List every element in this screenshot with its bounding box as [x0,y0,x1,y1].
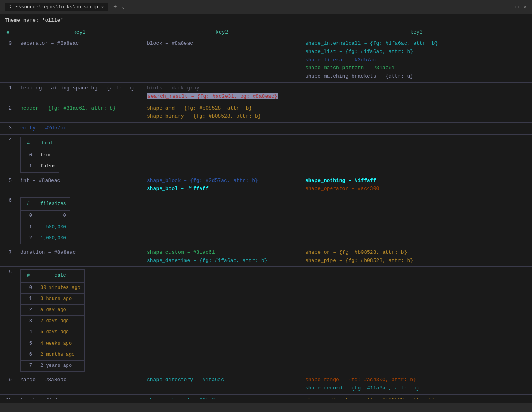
mini-idx: 5 [21,338,36,349]
mini-hash: # [21,270,36,282]
row-9-key1: range – #8a8eac [16,374,143,395]
close-button[interactable]: ✕ [522,5,527,9]
date-mini-table: # date 0 30 minutes ago 1 3 hours [20,269,85,372]
mini-idx: 7 [21,360,36,371]
window-controls: ─ □ ✕ [507,5,527,9]
row-num-6: 6 [0,195,16,247]
mini-val-true: true [36,150,59,161]
row-num-2: 2 [0,103,16,123]
filesize-mini-table: # filesizes 0 0 1 500,000 [20,197,70,244]
header-key2: key2 [143,27,301,38]
minimize-button[interactable]: ─ [507,5,511,9]
bool-mini-table: # bool 0 true 1 false [20,137,59,173]
row-7-key2: shape_custom – #31ac61 shape_datetime – … [143,247,301,267]
mini-idx: 4 [21,327,36,338]
row-10-key3: shape_redirection – {fg: #b08528, attr: … [301,394,532,399]
mini-row: 2 a day ago [21,305,85,316]
mini-val-0: 0 [36,211,70,222]
row-4-key1: # bool 0 true 1 false [16,134,143,175]
mini-row: 1 false [21,161,59,172]
header-key3: key3 [301,27,532,38]
mini-row: 1 3 hours ago [21,293,85,304]
mini-idx: 0 [21,211,36,222]
row-num-1: 1 [0,82,16,103]
mini-idx: 1 [21,222,36,233]
row-8-key3 [301,267,532,374]
row-6-key2 [143,195,301,247]
data-table: # key1 key2 key3 0 separator – #8a8eac b… [0,27,532,399]
row-7-key3: shape_or – {fg: #b08528, attr: b} shape_… [301,247,532,267]
mini-idx: 6 [21,349,36,360]
mini-date-5: 4 weeks ago [36,338,85,349]
mini-val-false: false [36,161,59,172]
mini-row: 3 2 days ago [21,316,85,327]
active-tab[interactable]: Σ ~\source\repos\forks\nu_scrip ✕ [5,3,108,11]
row-num-4: 4 [0,134,16,175]
row-2-key2: shape_and – {fg: #b08528, attr: b} shape… [143,103,301,123]
row-num-3: 3 [0,123,16,135]
row-10-key2: shape_external – #1fa6ac [143,394,301,399]
mini-date-0: 30 minutes ago [36,282,85,293]
mini-date-header: date [36,270,85,282]
mini-date-6: 2 months ago [36,349,85,360]
table-row: 0 separator – #8a8eac block – #8a8eac sh… [0,38,532,83]
new-tab-button[interactable]: + [112,4,119,11]
row-3-key1: empty – #2d57ac [16,123,143,135]
row-2-key3 [301,103,532,123]
row-4-key2 [143,134,301,175]
mini-hash: # [21,198,36,211]
statusbar [0,403,532,412]
mini-idx: 0 [21,282,36,293]
row-6-key1: # filesizes 0 0 1 500,000 [16,195,143,247]
table-row: 6 # filesizes 0 0 [0,195,532,247]
mini-idx: 1 [21,293,36,304]
table-row: 9 range – #8a8eac shape_directory – #1fa… [0,374,532,395]
mini-row: 5 4 weeks ago [21,338,85,349]
table-header: # key1 key2 key3 [0,27,532,38]
tab-dropdown-button[interactable]: ⌄ [122,4,125,10]
mini-row: 4 5 days ago [21,327,85,338]
maximize-button[interactable]: □ [515,5,519,9]
row-9-key2: shape_directory – #1fa6ac [143,374,301,395]
table-row: 2 header – {fg: #31ac61, attr: b} shape_… [0,103,532,123]
mini-bool-header: bool [36,137,59,150]
row-num-9: 9 [0,374,16,395]
row-6-key3 [301,195,532,247]
mini-val-1m: 1,000,000 [36,233,70,244]
row-7-key1: duration – #8a8eac [16,247,143,267]
row-num-0: 0 [0,38,16,83]
mini-filesizes-header: filesizes [36,198,70,211]
row-8-key1: # date 0 30 minutes ago 1 3 hours [16,267,143,374]
row-num-10: 10 [0,394,16,399]
table-row: 3 empty – #2d57ac [0,123,532,135]
row-5-key2: shape_block – {fg: #2d57ac, attr: b} sha… [143,175,301,195]
tab-close-button[interactable]: ✕ [101,5,104,9]
table-row: 1 leading_trailing_space_bg – {attr: n} … [0,82,532,103]
mini-date-2: a day ago [36,305,85,316]
mini-idx: 2 [21,305,36,316]
row-0-key1: separator – #8a8eac [16,38,143,83]
row-3-key3 [301,123,532,135]
tab-label: ~\source\repos\forks\nu_scrip [15,4,98,10]
table-row: 8 # date 0 30 minutes ago [0,267,532,374]
row-1-key2: hints – dark_gray search_result – {fg: #… [143,82,301,103]
mini-date-1: 3 hours ago [36,293,85,304]
mini-idx: 0 [21,150,36,161]
table-row: 10 float – #8a8eac shape_external – #1fa… [0,394,532,399]
row-0-key2: block – #8a8eac [143,38,301,83]
mini-date-7: 2 years ago [36,360,85,371]
mini-row: 2 1,000,000 [21,233,70,244]
mini-date-3: 2 days ago [36,316,85,327]
header-hash: # [0,27,16,38]
mini-hash: # [21,137,36,150]
table-row: 5 int – #8a8eac shape_block – {fg: #2d57… [0,175,532,195]
row-1-key1: leading_trailing_space_bg – {attr: n} [16,82,143,103]
mini-row: 6 2 months ago [21,349,85,360]
row-10-key1: float – #8a8eac [16,394,143,399]
table-row: 7 duration – #8a8eac shape_custom – #31a… [0,247,532,267]
mini-val-500k: 500,000 [36,222,70,233]
mini-date-4: 5 days ago [36,327,85,338]
mini-row: 0 0 [21,211,70,222]
table-row: 4 # bool 0 true [0,134,532,175]
row-num-8: 8 [0,267,16,374]
